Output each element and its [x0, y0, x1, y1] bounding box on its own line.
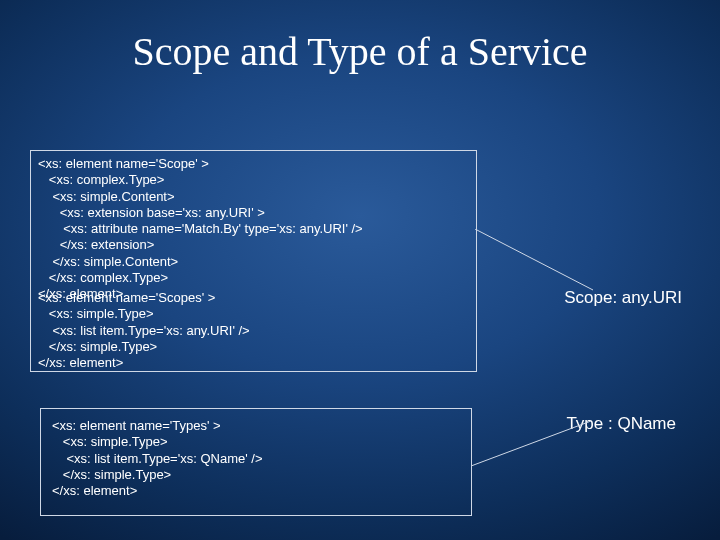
code-scopes-element: <xs: element name='Scopes' > <xs: simple…: [38, 290, 250, 371]
svg-line-0: [475, 229, 593, 290]
code-types-element: <xs: element name='Types' > <xs: simple.…: [52, 418, 263, 499]
slide-title: Scope and Type of a Service: [0, 28, 720, 75]
code-scope-element: <xs: element name='Scope' > <xs: complex…: [38, 156, 363, 302]
label-scope: Scope: any.URI: [564, 288, 682, 308]
label-type: Type : QName: [566, 414, 676, 434]
